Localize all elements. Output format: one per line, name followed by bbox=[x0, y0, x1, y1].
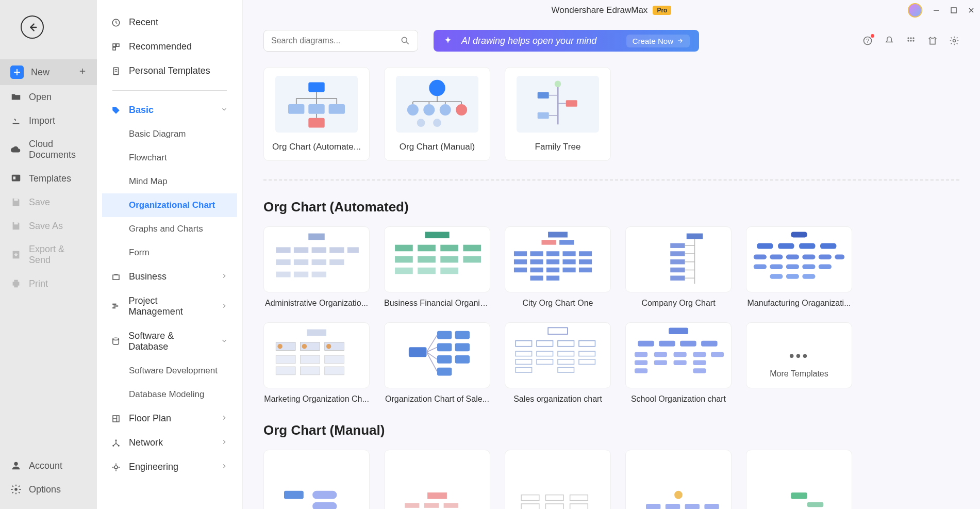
cat-basic[interactable]: Basic bbox=[102, 98, 237, 122]
svg-point-28 bbox=[114, 466, 118, 469]
cat-network[interactable]: Network bbox=[102, 431, 237, 455]
template-card[interactable] bbox=[625, 450, 732, 509]
sub-dbmodel[interactable]: Database Modeling bbox=[102, 383, 237, 406]
template-card[interactable]: School Organization chart bbox=[625, 322, 732, 404]
sub-mindmap[interactable]: Mind Map bbox=[102, 170, 237, 193]
close-icon[interactable] bbox=[968, 7, 975, 14]
svg-rect-170 bbox=[409, 347, 427, 357]
avatar[interactable] bbox=[908, 3, 922, 18]
cat-pm[interactable]: Project Management bbox=[102, 289, 237, 324]
tab-personal[interactable]: Personal Templates bbox=[102, 59, 237, 83]
search-box[interactable] bbox=[263, 30, 418, 52]
cat-eng-label: Engineering bbox=[129, 462, 178, 472]
svg-rect-122 bbox=[670, 251, 685, 256]
template-card[interactable]: Sales organization chart bbox=[505, 322, 611, 404]
nav-save-as[interactable]: Save As bbox=[0, 214, 97, 238]
template-card[interactable] bbox=[384, 450, 490, 509]
nav-account[interactable]: Account bbox=[0, 454, 97, 478]
ai-banner[interactable]: AI drawing helps open your mind Create N… bbox=[434, 30, 699, 52]
svg-rect-204 bbox=[693, 368, 706, 373]
svg-rect-118 bbox=[546, 276, 559, 281]
sub-flowchart[interactable]: Flowchart bbox=[102, 146, 237, 170]
sub-orgchart[interactable]: Organizational Chart bbox=[102, 193, 237, 217]
template-card[interactable]: Organization Chart of Sale... bbox=[384, 322, 490, 404]
svg-rect-72 bbox=[538, 112, 549, 119]
template-card[interactable] bbox=[263, 450, 370, 509]
sub-basic-diagram[interactable]: Basic Diagram bbox=[102, 122, 237, 146]
svg-rect-12 bbox=[117, 44, 119, 46]
nav-import[interactable]: Import bbox=[0, 109, 97, 133]
template-card[interactable]: Marketing Organization Ch... bbox=[263, 322, 370, 404]
svg-rect-75 bbox=[276, 247, 290, 253]
template-card[interactable]: Administrative Organizatio... bbox=[263, 226, 370, 308]
cat-business[interactable]: Business bbox=[102, 265, 237, 289]
cat-floor[interactable]: Floor Plan bbox=[102, 406, 237, 431]
tab-recommended[interactable]: Recommended bbox=[102, 35, 237, 59]
svg-point-40 bbox=[912, 40, 914, 41]
svg-point-25 bbox=[115, 439, 117, 441]
nav-export[interactable]: Export & Send bbox=[0, 238, 97, 272]
maximize-icon[interactable] bbox=[950, 7, 957, 14]
nav-import-label: Import bbox=[29, 116, 55, 126]
svg-rect-3 bbox=[14, 199, 18, 201]
svg-rect-70 bbox=[566, 100, 577, 107]
save-icon bbox=[10, 196, 22, 208]
type-card-family[interactable]: Family Tree bbox=[505, 67, 611, 161]
svg-rect-224 bbox=[791, 492, 807, 499]
minimize-icon[interactable] bbox=[933, 7, 940, 14]
chevron-down-icon bbox=[221, 105, 228, 116]
nav-new[interactable]: New bbox=[0, 59, 97, 85]
template-card[interactable] bbox=[746, 450, 852, 509]
bell-icon[interactable] bbox=[884, 36, 894, 46]
search-input[interactable] bbox=[271, 36, 400, 45]
sub-swdev[interactable]: Software Development bbox=[102, 359, 237, 383]
svg-rect-192 bbox=[659, 341, 675, 347]
nav-cloud[interactable]: Cloud Documents bbox=[0, 133, 97, 167]
sub-form[interactable]: Form bbox=[102, 241, 237, 265]
create-now-button[interactable]: Create Now bbox=[626, 35, 690, 47]
shirt-icon[interactable] bbox=[927, 36, 938, 46]
svg-rect-185 bbox=[558, 351, 574, 356]
svg-rect-81 bbox=[294, 259, 308, 265]
nav-options[interactable]: Options bbox=[0, 478, 97, 501]
sub-graphs[interactable]: Graphs and Charts bbox=[102, 217, 237, 241]
type-card-manual[interactable]: Org Chart (Manual) bbox=[384, 67, 490, 161]
svg-rect-149 bbox=[802, 274, 815, 278]
template-card[interactable]: Company Org Chart bbox=[625, 226, 732, 308]
tab-recent[interactable]: Recent bbox=[102, 10, 237, 35]
ai-banner-text: AI drawing helps open your mind bbox=[461, 36, 596, 46]
add-icon[interactable] bbox=[78, 67, 87, 78]
template-card[interactable] bbox=[505, 450, 611, 509]
svg-rect-195 bbox=[635, 352, 647, 357]
template-card[interactable]: Business Financial Organiz... bbox=[384, 226, 490, 308]
content-scroll[interactable]: Org Chart (Automate... Org Chart (Manual… bbox=[243, 57, 980, 509]
back-button[interactable] bbox=[21, 15, 44, 39]
settings-icon[interactable] bbox=[949, 36, 959, 46]
template-card[interactable]: City Org Chart One bbox=[505, 226, 611, 308]
help-icon[interactable]: ? bbox=[862, 36, 873, 46]
apps-icon[interactable] bbox=[906, 36, 916, 46]
tab-recommended-label: Recommended bbox=[129, 41, 192, 52]
svg-rect-194 bbox=[701, 341, 718, 347]
svg-point-9 bbox=[14, 488, 18, 491]
section-title-manual: Org Chart (Manual) bbox=[263, 422, 959, 438]
type-card-auto[interactable]: Org Chart (Automate... bbox=[263, 67, 370, 161]
svg-rect-102 bbox=[514, 251, 527, 256]
svg-rect-87 bbox=[425, 232, 449, 238]
more-templates-card[interactable]: •••More Templates bbox=[746, 322, 852, 404]
grid-icon bbox=[111, 42, 121, 52]
gear-icon bbox=[10, 484, 22, 495]
nav-print[interactable]: Print bbox=[0, 272, 97, 295]
cat-eng[interactable]: Engineering bbox=[102, 455, 237, 479]
nav-open[interactable]: Open bbox=[0, 85, 97, 109]
nav-save[interactable]: Save bbox=[0, 190, 97, 214]
cat-swdb[interactable]: Software & Database bbox=[102, 324, 237, 359]
nav-templates[interactable]: Templates bbox=[0, 167, 97, 190]
search-icon[interactable] bbox=[400, 36, 410, 46]
svg-rect-139 bbox=[802, 255, 815, 259]
svg-rect-84 bbox=[276, 272, 290, 277]
template-card[interactable]: Manufacturing Oraganizati... bbox=[746, 226, 852, 308]
nav-export-label: Export & Send bbox=[29, 244, 87, 266]
templates-icon bbox=[10, 173, 22, 184]
tab-personal-label: Personal Templates bbox=[129, 65, 210, 76]
